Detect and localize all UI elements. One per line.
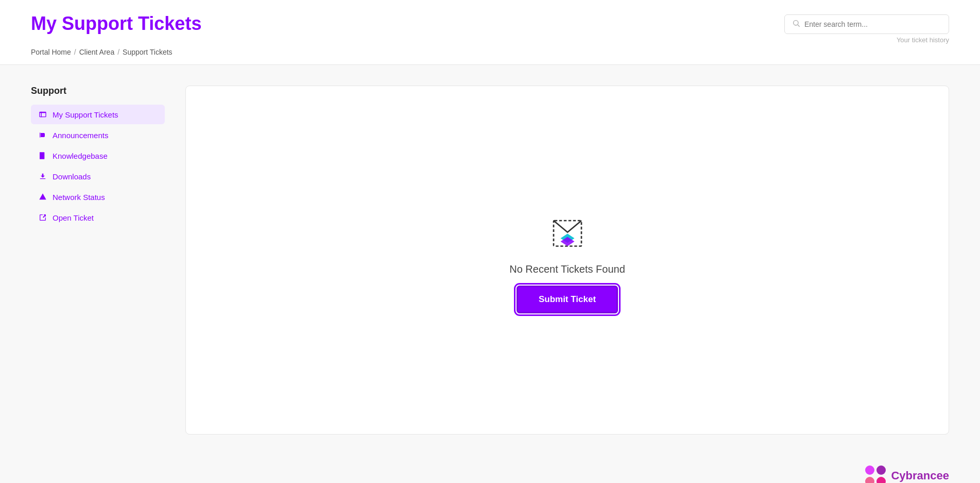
- sidebar-item-network-status[interactable]: Network Status: [31, 187, 165, 207]
- brand-dot-tl: [865, 465, 874, 475]
- main-content: Support My Support Tickets Announcements…: [0, 65, 980, 455]
- brand-dot-bl: [865, 477, 874, 483]
- svg-rect-4: [41, 154, 44, 154]
- sidebar-item-open-ticket[interactable]: Open Ticket: [31, 208, 165, 227]
- svg-rect-7: [40, 152, 40, 159]
- svg-point-0: [794, 21, 798, 25]
- brand-dots: [865, 465, 886, 483]
- svg-marker-9: [39, 193, 46, 199]
- breadcrumb-sep-1: /: [74, 48, 76, 56]
- svg-rect-8: [40, 178, 46, 179]
- announcement-icon: [38, 130, 47, 140]
- svg-rect-6: [41, 156, 43, 157]
- breadcrumb-current: Support Tickets: [123, 48, 173, 56]
- svg-rect-3: [40, 152, 45, 159]
- sidebar-label-announcements: Announcements: [53, 131, 108, 140]
- brand-logo: Cybrancee: [865, 465, 949, 483]
- search-input[interactable]: [804, 20, 941, 28]
- submit-ticket-button[interactable]: Submit Ticket: [517, 286, 618, 313]
- svg-rect-5: [41, 155, 44, 156]
- signal-icon: [38, 192, 47, 202]
- breadcrumb-client-area[interactable]: Client Area: [79, 48, 114, 56]
- brand-dot-tr: [876, 465, 886, 475]
- breadcrumb-portal-home[interactable]: Portal Home: [31, 48, 71, 56]
- page-title: My Support Tickets: [31, 12, 201, 35]
- brand-dot-br: [876, 477, 886, 483]
- footer: Cybrancee: [0, 455, 980, 483]
- breadcrumb: Portal Home / Client Area / Support Tick…: [31, 48, 949, 56]
- svg-marker-2: [41, 112, 42, 118]
- sidebar-item-announcements[interactable]: Announcements: [31, 125, 165, 145]
- sidebar: Support My Support Tickets Announcements…: [31, 86, 165, 435]
- sidebar-section-title: Support: [31, 86, 165, 96]
- sidebar-item-knowledgebase[interactable]: Knowledgebase: [31, 146, 165, 165]
- page-header: My Support Tickets Your ticket history P…: [0, 0, 980, 65]
- empty-message: No Recent Tickets Found: [509, 263, 625, 275]
- sidebar-label-network-status: Network Status: [53, 193, 105, 202]
- ticket-history-label: Your ticket history: [897, 36, 949, 44]
- svg-line-1: [798, 25, 800, 27]
- sidebar-item-downloads[interactable]: Downloads: [31, 166, 165, 186]
- sidebar-label-open-ticket: Open Ticket: [53, 213, 94, 222]
- sidebar-label-downloads: Downloads: [53, 172, 91, 181]
- search-bar[interactable]: [784, 14, 949, 34]
- download-icon: [38, 172, 47, 181]
- search-icon: [792, 19, 800, 29]
- sidebar-label-my-support-tickets: My Support Tickets: [53, 110, 118, 119]
- sidebar-item-my-support-tickets[interactable]: My Support Tickets: [31, 105, 165, 124]
- sidebar-label-knowledgebase: Knowledgebase: [53, 152, 108, 160]
- main-panel: No Recent Tickets Found Submit Ticket: [185, 86, 949, 435]
- ticket-icon: [38, 110, 47, 119]
- book-icon: [38, 151, 47, 160]
- empty-state-icon: [544, 207, 591, 253]
- brand-name: Cybrancee: [891, 469, 949, 482]
- empty-state: No Recent Tickets Found Submit Ticket: [489, 176, 646, 344]
- breadcrumb-sep-2: /: [117, 48, 119, 56]
- sidebar-nav: My Support Tickets Announcements Knowled…: [31, 105, 165, 227]
- external-icon: [38, 213, 47, 222]
